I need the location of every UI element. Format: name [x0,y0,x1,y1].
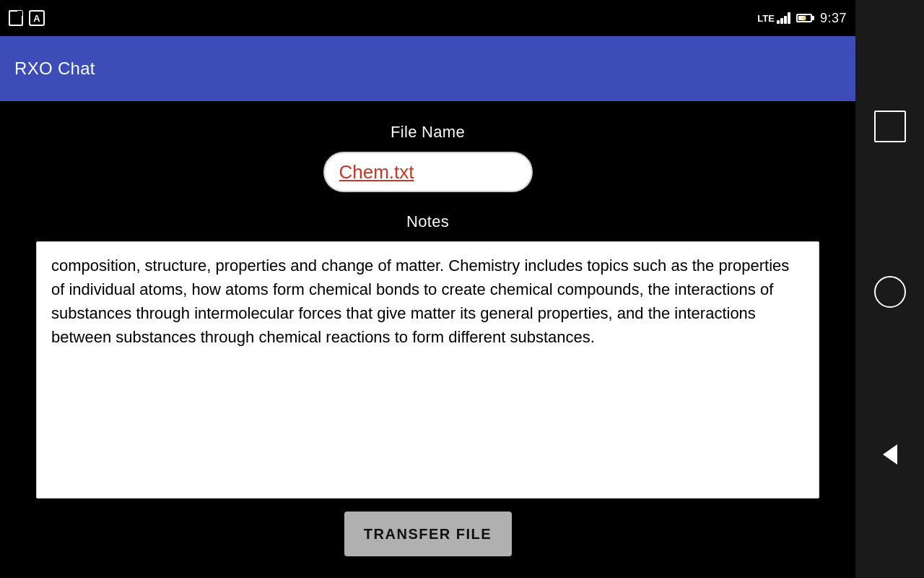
signal-bars [777,12,790,24]
svg-marker-0 [883,444,897,465]
lte-label: LTE [757,13,775,24]
home-button[interactable] [874,276,906,308]
app-title: RXO Chat [14,59,95,79]
transfer-file-button[interactable]: TRANSFER FILE [344,512,512,556]
back-button[interactable] [877,441,903,467]
notes-label: Notes [406,212,449,231]
battery-icon: ⚡ [796,14,814,22]
status-bar-left: A [9,10,45,26]
file-name-label: File Name [391,123,465,142]
time-display: 9:37 [820,11,847,26]
battery-bolt: ⚡ [801,15,808,22]
file-name-input[interactable] [323,152,533,192]
signal-bar-1 [777,20,780,24]
lte-signal: LTE [757,12,790,24]
recents-button[interactable] [874,111,906,142]
signal-bar-3 [784,16,787,24]
keyboard-icon: A [29,10,45,26]
signal-bar-2 [780,18,783,24]
status-bar-right: LTE ⚡ 9:37 [757,11,847,26]
app-bar: RXO Chat [0,36,855,101]
main-content: File Name Notes TRANSFER FILE [0,101,855,578]
sim-icon [9,10,23,26]
nav-bar [855,0,924,578]
battery-body: ⚡ [796,14,812,22]
status-bar: A LTE ⚡ 9:37 [0,0,855,36]
notes-textarea[interactable] [36,241,819,499]
battery-tip [812,16,814,20]
signal-bar-4 [788,12,790,24]
